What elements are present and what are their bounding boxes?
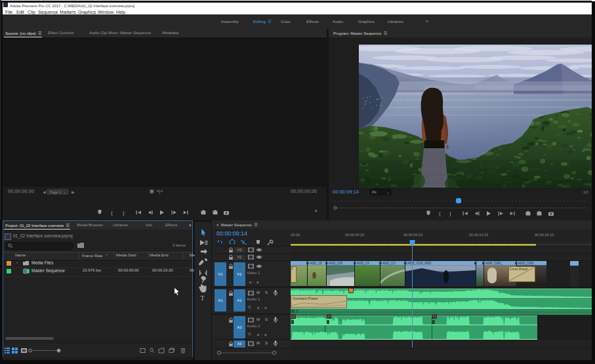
svg-text:A002_C00: A002_C00 (329, 262, 343, 265)
svg-text:}: } (123, 210, 125, 216)
svg-text:A005_C029_0925: A005_C029_0925 (407, 262, 432, 265)
svg-text:A002_CO: A002_CO (382, 262, 396, 265)
svg-text:A004_C002_: A004_C002_ (485, 262, 503, 265)
svg-text:A001_C8: A001_C8 (310, 262, 322, 265)
svg-text:}: } (449, 211, 451, 216)
svg-text:{: { (111, 210, 113, 216)
svg-text:A002_C0: A002_C0 (357, 262, 369, 265)
svg-text:A003_C092: A003_C092 (518, 262, 534, 265)
svg-text:{: { (439, 211, 441, 216)
svg-text:T: T (201, 294, 205, 302)
